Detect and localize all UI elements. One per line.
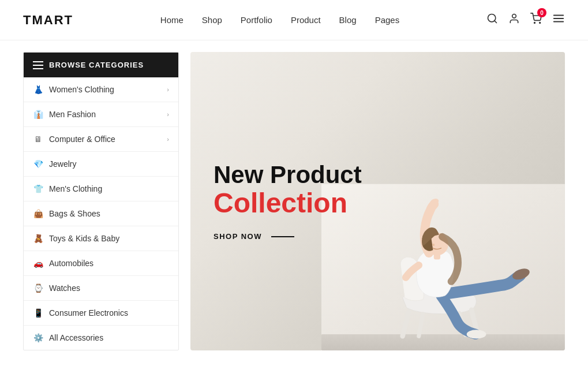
svg-line-1 xyxy=(495,21,497,23)
sidebar-category-label-4: Men's Clothing xyxy=(49,184,102,193)
svg-point-15 xyxy=(432,244,435,246)
chevron-right-icon-1: › xyxy=(167,111,169,118)
sidebar-item-4[interactable]: 👕Men's Clothing xyxy=(24,177,178,201)
header: TMART HomeShopPortfolioProductBlogPages … xyxy=(0,0,588,40)
sidebar-category-icon-10: ⚙️ xyxy=(33,333,43,342)
sidebar-category-icon-8: ⌚ xyxy=(33,283,43,293)
chevron-right-icon-2: › xyxy=(167,136,169,143)
sidebar-item-6[interactable]: 🧸Toys & Kids & Baby xyxy=(24,226,178,251)
logo[interactable]: TMART xyxy=(23,13,73,28)
svg-point-3 xyxy=(534,23,535,24)
hero-cta-button[interactable]: SHOP NOW xyxy=(214,232,362,241)
sidebar-category-label-8: Watches xyxy=(49,283,80,293)
sidebar-category-icon-4: 👕 xyxy=(33,184,43,193)
sidebar-item-9[interactable]: 📱Consumer Electronics xyxy=(24,301,178,326)
sidebar-category-label-5: Bags & Shoes xyxy=(49,209,100,218)
svg-point-2 xyxy=(512,14,516,18)
sidebar-category-icon-5: 👜 xyxy=(33,209,43,218)
header-icons: 0 xyxy=(486,12,565,28)
sidebar-category-icon-0: 👗 xyxy=(33,85,43,94)
nav-item-portfolio[interactable]: Portfolio xyxy=(241,15,272,25)
hero-title-line1: New Product xyxy=(214,162,362,188)
sidebar-category-icon-6: 🧸 xyxy=(33,234,43,243)
svg-point-12 xyxy=(467,330,486,338)
sidebar-item-7[interactable]: 🚗Automobiles xyxy=(24,251,178,276)
sidebar-item-5[interactable]: 👜Bags & Shoes xyxy=(24,201,178,226)
sidebar-category-label-2: Computer & Office xyxy=(49,135,115,144)
sidebar-category-icon-1: 👔 xyxy=(33,110,43,119)
sidebar-category-icon-9: 📱 xyxy=(33,308,43,318)
sidebar-title: BROWSE CATEGORIES xyxy=(49,61,144,69)
svg-rect-16 xyxy=(434,252,440,260)
sidebar-category-label-9: Consumer Electronics xyxy=(49,308,128,318)
main-nav: HomeShopPortfolioProductBlogPages xyxy=(160,15,399,25)
hero-cta-label: SHOP NOW xyxy=(214,232,262,241)
nav-item-blog[interactable]: Blog xyxy=(339,15,357,25)
cart-icon[interactable]: 0 xyxy=(530,13,542,27)
sidebar-item-10[interactable]: ⚙️All Accessories xyxy=(24,326,178,350)
hamburger-menu-icon[interactable] xyxy=(552,12,565,28)
nav-item-pages[interactable]: Pages xyxy=(375,15,400,25)
main-content: BROWSE CATEGORIES 👗Women's Clothing›👔Men… xyxy=(0,40,588,362)
nav-item-product[interactable]: Product xyxy=(291,15,321,25)
sidebar-header: BROWSE CATEGORIES xyxy=(24,53,178,77)
sidebar: BROWSE CATEGORIES 👗Women's Clothing›👔Men… xyxy=(23,52,179,350)
search-icon[interactable] xyxy=(486,13,498,27)
svg-point-4 xyxy=(540,23,541,24)
sidebar-item-8[interactable]: ⌚Watches xyxy=(24,276,178,301)
sidebar-category-label-10: All Accessories xyxy=(49,333,103,342)
sidebar-category-icon-2: 🖥 xyxy=(33,135,43,144)
sidebar-items-list: 👗Women's Clothing›👔Men Fashion›🖥Computer… xyxy=(24,77,178,350)
sidebar-hamburger-icon[interactable] xyxy=(33,61,43,69)
hero-cta-line-decoration xyxy=(271,236,294,237)
hero-banner: New Product Collection SHOP NOW xyxy=(190,52,565,350)
sidebar-item-2[interactable]: 🖥Computer & Office› xyxy=(24,127,178,152)
sidebar-category-label-6: Toys & Kids & Baby xyxy=(49,234,119,243)
chevron-right-icon-0: › xyxy=(167,86,169,93)
sidebar-category-label-3: Jewelry xyxy=(49,159,76,169)
sidebar-category-icon-7: 🚗 xyxy=(33,259,43,268)
svg-rect-10 xyxy=(321,334,565,350)
sidebar-category-icon-3: 💎 xyxy=(33,159,43,169)
nav-item-home[interactable]: Home xyxy=(160,15,183,25)
sidebar-category-label-1: Men Fashion xyxy=(49,110,96,119)
sidebar-item-1[interactable]: 👔Men Fashion› xyxy=(24,102,178,127)
user-icon[interactable] xyxy=(508,13,520,27)
hero-content: New Product Collection SHOP NOW xyxy=(214,162,362,241)
nav-item-shop[interactable]: Shop xyxy=(202,15,222,25)
sidebar-item-3[interactable]: 💎Jewelry xyxy=(24,152,178,177)
hero-title-line2: Collection xyxy=(214,188,362,219)
sidebar-item-0[interactable]: 👗Women's Clothing› xyxy=(24,77,178,102)
sidebar-category-label-7: Automobiles xyxy=(49,259,93,268)
cart-badge: 0 xyxy=(537,8,546,17)
sidebar-category-label-0: Women's Clothing xyxy=(49,85,114,94)
